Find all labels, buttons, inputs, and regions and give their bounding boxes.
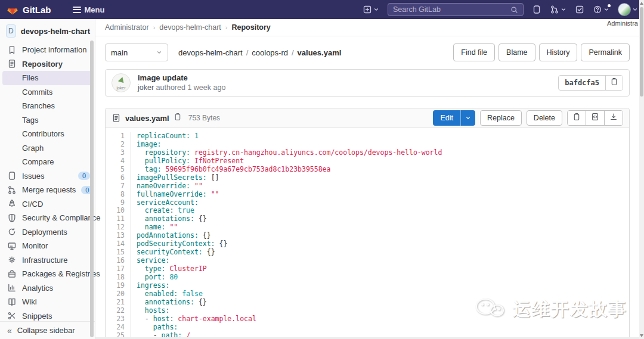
- code-line: 2image:: [106, 141, 629, 149]
- line-number[interactable]: 5: [106, 166, 131, 174]
- sidebar-item-ci-cd[interactable]: CI/CD: [0, 197, 95, 212]
- line-number[interactable]: 6: [106, 174, 131, 182]
- edit-button[interactable]: Edit: [433, 110, 460, 126]
- find-file-button[interactable]: Find file: [453, 43, 495, 61]
- line-number[interactable]: 20: [106, 290, 131, 298]
- line-number[interactable]: 1: [106, 132, 131, 141]
- line-number[interactable]: 18: [106, 273, 131, 282]
- sidebar-item-commits[interactable]: Commits: [0, 85, 95, 99]
- rocket-icon: [7, 199, 17, 209]
- sidebar-item-files[interactable]: Files: [2, 71, 92, 85]
- sidebar-item-security-compliance[interactable]: Security & Compliance: [0, 211, 95, 225]
- clipboard-icon: [610, 77, 618, 88]
- avatar-text: joker: [112, 86, 130, 90]
- breadcrumb-item-devops-helm-chart[interactable]: devops-helm-chart: [159, 23, 221, 32]
- line-number[interactable]: 17: [106, 265, 131, 273]
- copy-file-path-button[interactable]: [174, 113, 182, 123]
- menu-button[interactable]: Menu: [73, 5, 105, 14]
- sidebar-item-graph[interactable]: Graph: [0, 141, 95, 155]
- replace-button[interactable]: Replace: [480, 110, 522, 126]
- scroll-up-arrow[interactable]: [640, 2, 643, 5]
- download-button[interactable]: [604, 111, 623, 125]
- todos-button[interactable]: [575, 5, 584, 14]
- line-number[interactable]: 22: [106, 307, 131, 315]
- path-segment-devops-helm-chart[interactable]: devops-helm-chart: [178, 48, 243, 57]
- line-number[interactable]: 7: [106, 182, 131, 191]
- permalink-button[interactable]: Permalink: [581, 43, 630, 61]
- help-menu-button[interactable]: [593, 5, 609, 14]
- sidebar-item-label: Deployments: [22, 228, 67, 237]
- code-line: 22 hosts:: [106, 307, 629, 315]
- search-input[interactable]: [393, 5, 507, 14]
- sidebar-item-merge-requests[interactable]: Merge requests0: [0, 183, 95, 197]
- path-segment-coolops-rd[interactable]: coolops-rd: [252, 48, 288, 57]
- path-separator: /: [292, 48, 294, 57]
- collapse-sidebar-button[interactable]: « Collapse sidebar: [0, 321, 95, 339]
- scroll-down-arrow[interactable]: [640, 334, 643, 337]
- sidebar-item-label: Security & Compliance: [22, 213, 101, 222]
- project-sidebar: D devops-helm-chart Project informationR…: [0, 19, 95, 339]
- line-number[interactable]: 19: [106, 282, 131, 290]
- sidebar-scrollbar[interactable]: [90, 41, 94, 337]
- sidebar-item-infrastructure[interactable]: Infrastructure: [0, 253, 95, 268]
- sidebar-item-contributors[interactable]: Contributors: [0, 127, 95, 141]
- code-line-content: repository: registry.cn-hangzhou.aliyunc…: [131, 149, 442, 157]
- code-line-content: name: "": [131, 223, 178, 232]
- line-number[interactable]: 12: [106, 223, 131, 232]
- sidebar-item-deployments[interactable]: Deployments: [0, 225, 95, 240]
- sidebar-item-monitor[interactable]: Monitor: [0, 239, 95, 253]
- sidebar-item-tags[interactable]: Tags: [0, 113, 95, 127]
- code-line: 1replicaCount: 1: [106, 132, 629, 141]
- global-search[interactable]: [388, 3, 524, 16]
- sidebar-item-analytics[interactable]: Analytics: [0, 281, 95, 296]
- sidebar-project-header[interactable]: D devops-helm-chart: [0, 19, 95, 43]
- line-number[interactable]: 2: [106, 141, 131, 149]
- line-number[interactable]: 16: [106, 257, 131, 265]
- sidebar-item-project-information[interactable]: Project information: [0, 43, 95, 57]
- sidebar-item-issues[interactable]: Issues0: [0, 169, 95, 184]
- code-line: 21 annotations: {}: [106, 298, 629, 307]
- branch-selector[interactable]: main: [105, 43, 168, 61]
- download-icon: [609, 113, 618, 123]
- history-button[interactable]: History: [539, 43, 578, 61]
- code-line-content: tag: 59695f96b0fc49a67e9cb753ad8c1b23b39…: [131, 166, 330, 174]
- copy-contents-button[interactable]: [568, 111, 586, 125]
- code-line: 20 enabled: false: [106, 290, 629, 298]
- sidebar-item-packages-registries[interactable]: Packages & Registries: [0, 267, 95, 281]
- line-number[interactable]: 11: [106, 215, 131, 223]
- page-scrollbar[interactable]: [639, 0, 644, 339]
- user-menu-button[interactable]: [618, 3, 638, 16]
- sidebar-item-compare[interactable]: Compare: [0, 155, 95, 169]
- commit-author-link[interactable]: joker: [138, 83, 154, 92]
- delete-button[interactable]: Delete: [527, 110, 562, 126]
- line-number[interactable]: 13: [106, 232, 131, 240]
- line-number[interactable]: 21: [106, 298, 131, 307]
- sidebar-item-branches[interactable]: Branches: [0, 99, 95, 113]
- line-number[interactable]: 23: [106, 315, 131, 324]
- sidebar-item-label: Monitor: [22, 241, 48, 250]
- sidebar-item-repository[interactable]: Repository: [0, 57, 95, 71]
- issues-shortcut-button[interactable]: [532, 5, 541, 14]
- copy-sha-button[interactable]: [605, 76, 623, 90]
- line-number[interactable]: 9: [106, 199, 131, 207]
- merge-requests-shortcut-button[interactable]: [550, 5, 566, 14]
- blame-button[interactable]: Blame: [499, 43, 535, 61]
- edit-dropdown-button[interactable]: [460, 110, 475, 126]
- open-raw-button[interactable]: [586, 111, 604, 125]
- edit-split-button[interactable]: Edit: [433, 110, 475, 126]
- line-number[interactable]: 8: [106, 191, 131, 199]
- line-number[interactable]: 15: [106, 248, 131, 257]
- commit-title-link[interactable]: image update: [138, 73, 225, 83]
- line-number[interactable]: 24: [106, 324, 131, 332]
- scrollbar-thumb[interactable]: [640, 7, 643, 97]
- sidebar-item-wiki[interactable]: Wiki: [0, 295, 95, 309]
- new-menu-button[interactable]: [363, 5, 379, 14]
- gitlab-brand[interactable]: GitLab: [6, 3, 51, 16]
- line-number[interactable]: 4: [106, 157, 131, 166]
- line-number[interactable]: 3: [106, 149, 131, 157]
- deployments-icon: [7, 227, 17, 237]
- commit-author-avatar[interactable]: joker: [112, 73, 131, 92]
- line-number[interactable]: 14: [106, 240, 131, 248]
- line-number[interactable]: 10: [106, 207, 131, 215]
- breadcrumb-item-administrator[interactable]: Administrator: [105, 23, 149, 32]
